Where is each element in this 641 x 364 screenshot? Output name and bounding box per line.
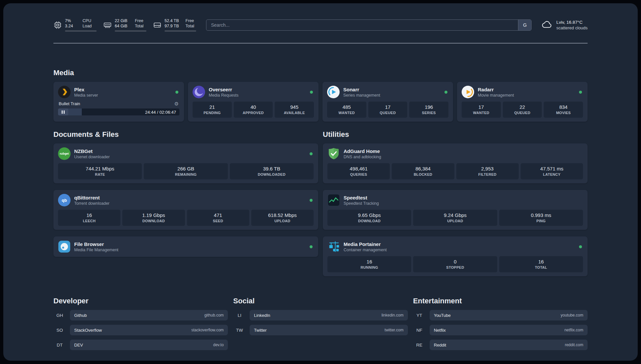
search-provider-button[interactable]: G	[518, 20, 531, 30]
service-subtitle: Series management	[343, 93, 380, 98]
bookmark-url: youtube.com	[561, 313, 583, 318]
cpu-usage-label: CPU	[82, 18, 97, 23]
stat-label: QUEUED	[370, 111, 406, 115]
stat-tile: 471 SEED	[187, 210, 249, 226]
section-media: Media Plex Media server	[53, 69, 588, 122]
service-link-qbittorrent[interactable]: qb qBittorrent Torrent downloader	[58, 194, 310, 206]
status-dot	[579, 91, 582, 94]
stat-label: PING	[501, 219, 582, 223]
bookmark-name: StackOverflow	[74, 328, 102, 333]
bookmark-link-netflix[interactable]: Netflix netflix.com	[430, 325, 588, 335]
gear-icon[interactable]: ⚙	[174, 101, 179, 106]
status-dot	[310, 245, 313, 248]
stat-value: 744.21 Mbps	[59, 166, 140, 171]
service-subtitle: Usenet downloader	[74, 155, 110, 159]
bookmark-link-twitter[interactable]: Twitter twitter.com	[250, 325, 408, 335]
qbittorrent-icon: qb	[58, 194, 71, 206]
service-name: File Browser	[74, 241, 118, 247]
stat-value: 16	[329, 259, 410, 264]
overseerr-icon	[193, 86, 205, 98]
status-dot	[310, 199, 313, 202]
bookmark-url: linkedin.com	[382, 313, 404, 318]
dashboard: 7% CPU 3.24 Load 22 GiB Fre	[3, 3, 638, 361]
memory-free-value: 22 GiB	[115, 18, 130, 23]
stat-tile: 16 TOTAL	[499, 256, 583, 272]
memory-total-value: 64 GiB	[115, 24, 130, 29]
radarr-icon	[462, 86, 474, 98]
now-playing-title: Bullet Train	[59, 101, 80, 106]
service-link-radarr[interactable]: Radarr Movie management	[462, 86, 579, 98]
service-name: AdGuard Home	[344, 148, 381, 154]
service-card-radarr: Radarr Movie management 17 WANTED 22 QUE…	[457, 82, 588, 122]
disk-free-value: 52.4 TB	[165, 18, 181, 23]
service-link-filebrowser[interactable]: File Browser Media File Management	[58, 240, 310, 253]
stat-value: 9.24 Gbps	[414, 212, 496, 218]
stat-tile: 22 QUEUED	[503, 102, 542, 118]
service-name: Media Portainer	[344, 241, 387, 247]
pause-button[interactable]	[58, 108, 68, 115]
window-frame: 7% CPU 3.24 Load 22 GiB Fre	[0, 0, 641, 364]
service-link-speedtest[interactable]: Speedtest Speedtest Tracking	[327, 194, 583, 206]
stat-tile: 485 WANTED	[327, 102, 366, 118]
weather-location: Lviv, 16.87°C	[556, 20, 588, 25]
service-card-speedtest: Speedtest Speedtest Tracking 9.65 Gbps D…	[323, 190, 588, 230]
service-link-plex[interactable]: Plex Media server	[58, 86, 175, 98]
service-link-overseerr[interactable]: Overseerr Media Requests	[193, 86, 310, 98]
playback-progress-bar[interactable]: 24:44 / 02:06:47	[58, 108, 179, 115]
stat-value: 86,384	[393, 166, 453, 171]
bookmark-link-linkedin[interactable]: LinkedIn linkedin.com	[250, 310, 408, 320]
bookmark-link-reddit[interactable]: Reddit reddit.com	[430, 340, 588, 350]
service-link-sonarr[interactable]: Sonarr Series management	[327, 86, 444, 98]
bookmark-url: reddit.com	[565, 343, 583, 347]
stat-tile: 40 APPROVED	[234, 102, 273, 118]
disk-total-label: Total	[186, 24, 196, 29]
service-link-portainer[interactable]: Media Portainer Container management	[327, 240, 579, 253]
service-subtitle: DNS and adblocking	[344, 155, 381, 159]
service-link-adguard[interactable]: AdGuard Home DNS and adblocking	[327, 147, 583, 160]
bookmark-url: stackoverflow.com	[191, 328, 224, 332]
bookmark-item: LI LinkedIn linkedin.com	[233, 310, 408, 320]
service-card-adguard: AdGuard Home DNS and adblocking 498,461 …	[323, 143, 588, 183]
service-name: Plex	[74, 87, 98, 92]
service-link-nzbget[interactable]: nzbget NZBGet Usenet downloader	[58, 147, 310, 160]
memory-total-label: Total	[135, 24, 146, 29]
bookmark-abbr: SO	[53, 328, 66, 333]
bookmark-link-dev[interactable]: DEV dev.to	[70, 340, 228, 350]
stat-label: RATE	[59, 172, 140, 176]
stat-tile: 266 GB REMAINING	[144, 163, 228, 179]
weather-condition: scattered clouds	[556, 25, 588, 30]
search-input[interactable]	[206, 20, 518, 30]
bookmark-name: Twitter	[254, 328, 266, 333]
service-subtitle: Media Requests	[209, 93, 238, 98]
bookmark-group-title: Entertainment	[413, 297, 588, 305]
bookmark-abbr: RE	[413, 343, 426, 348]
stat-value: 47.571 ms	[522, 166, 582, 171]
bookmark-name: Github	[74, 313, 87, 318]
service-subtitle: Container management	[344, 248, 387, 252]
bookmark-link-stackoverflow[interactable]: StackOverflow stackoverflow.com	[70, 325, 228, 335]
stat-label: DOWNLOADED	[231, 172, 312, 176]
service-card-portainer: Media Portainer Container management 16 …	[323, 236, 588, 276]
bookmark-abbr: YT	[413, 313, 426, 318]
stat-value: 40	[235, 104, 272, 110]
sonarr-icon	[327, 86, 340, 98]
stat-tile: 0 STOPPED	[413, 256, 497, 272]
filebrowser-icon	[58, 240, 71, 253]
stat-label: BLOCKED	[393, 172, 453, 176]
bookmark-link-youtube[interactable]: YouTube youtube.com	[430, 310, 588, 320]
cpu-progress-bar	[65, 30, 97, 32]
section-documents-files: Documents & Files nzbget NZBGet Usenet d…	[53, 130, 318, 276]
stat-tile: 2,953 FILTERED	[456, 163, 519, 179]
memory-progress-bar	[115, 30, 146, 32]
bookmark-abbr: GH	[53, 313, 66, 318]
service-subtitle: Torrent downloader	[74, 201, 109, 206]
status-dot	[310, 152, 313, 155]
playback-time: 24:44 / 02:06:47	[145, 109, 176, 114]
cpu-load-label: Load	[82, 24, 97, 29]
bookmark-link-github[interactable]: Github github.com	[70, 310, 228, 320]
service-card-qbittorrent: qb qBittorrent Torrent downloader 16 LEE…	[53, 190, 318, 230]
stat-label: LATENCY	[522, 172, 582, 176]
bookmark-item: TW Twitter twitter.com	[233, 325, 408, 335]
service-name: Sonarr	[343, 87, 380, 92]
stat-label: APPROVED	[235, 111, 272, 115]
